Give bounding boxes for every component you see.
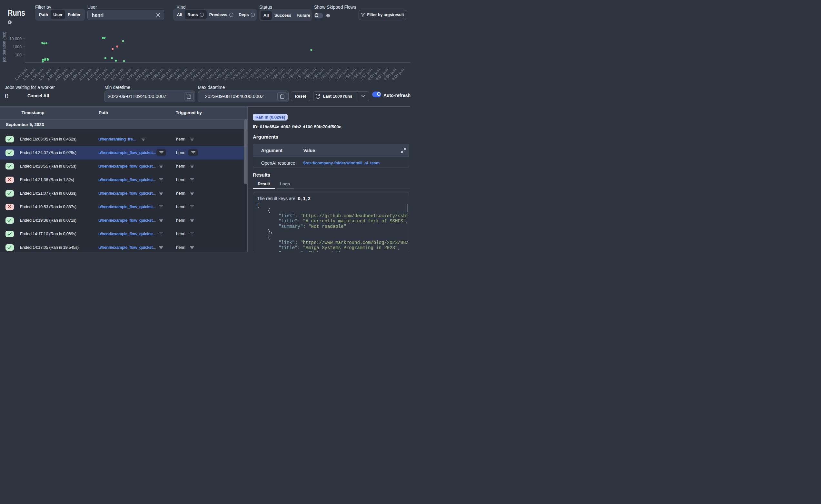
svg-text:1000: 1000: [13, 45, 22, 49]
svg-text:job duration (ms): job duration (ms): [2, 32, 6, 62]
svg-text:10 000: 10 000: [9, 37, 22, 41]
svg-text:100: 100: [15, 53, 22, 57]
